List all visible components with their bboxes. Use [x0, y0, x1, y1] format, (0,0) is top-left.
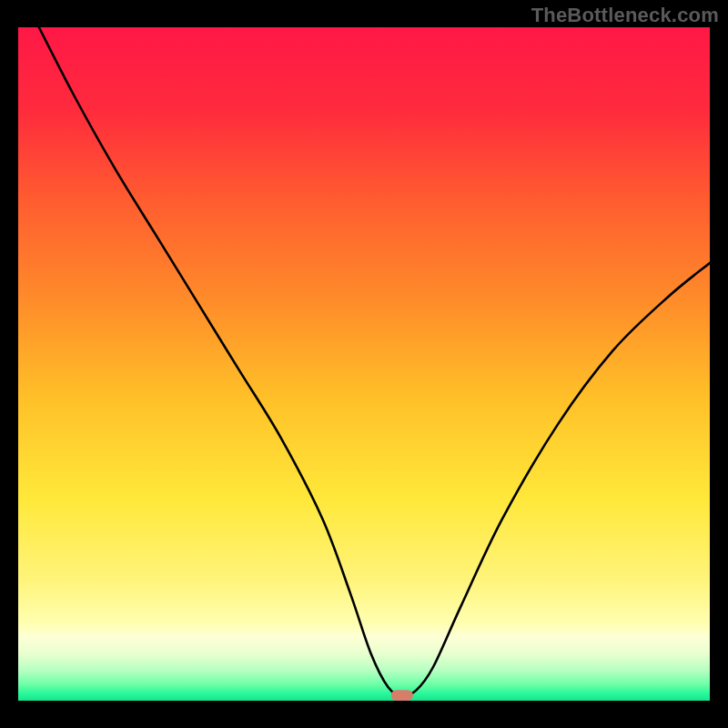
bottleneck-chart-svg — [18, 27, 710, 701]
optimal-point-marker — [391, 690, 413, 701]
chart-plot-area — [18, 27, 710, 701]
gradient-background — [18, 27, 710, 701]
watermark-text: TheBottleneck.com — [531, 4, 719, 27]
